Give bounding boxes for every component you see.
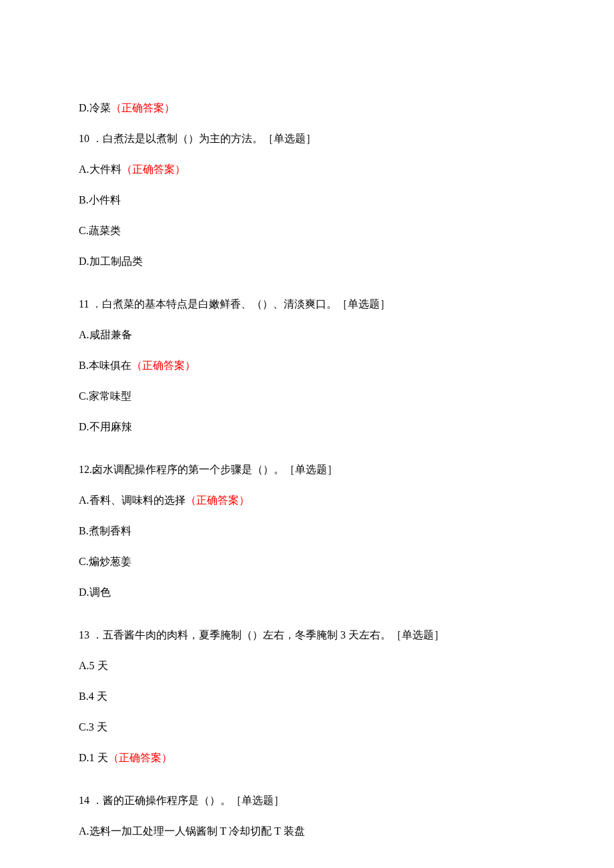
q10-option-b: B.小件料 — [79, 192, 535, 208]
q13-option-c: C.3 天 — [79, 719, 535, 735]
q10-option-d: D.加工制品类 — [79, 254, 535, 270]
q14-stem: 14 ．酱的正确操作程序是（）。［单选题］ — [79, 793, 535, 809]
q10-stem: 10 ．白煮法是以煮制（）为主的方法。［单选题］ — [79, 131, 535, 147]
q13-stem: 13 ．五香酱牛肉的肉料，夏季腌制（）左右，冬季腌制 3 天左右。［单选题］ — [79, 627, 535, 643]
q12-option-d: D.调色 — [79, 584, 535, 600]
q12-option-a: A.香料、调味料的选择（正确答案） — [79, 492, 535, 508]
correct-answer-label: （正确答案） — [111, 102, 175, 113]
q11-option-c: C.家常味型 — [79, 388, 535, 404]
q12-option-b: B.煮制香料 — [79, 523, 535, 539]
document-page: D.冷菜（正确答案） 10 ．白煮法是以煮制（）为主的方法。［单选题］ A.大件… — [0, 0, 614, 868]
option-text: A.大件料 — [79, 163, 121, 175]
q13-option-b: B.4 天 — [79, 689, 535, 705]
q11-option-b: B.本味俱在（正确答案） — [79, 358, 535, 374]
q13-option-a: A.5 天 — [79, 658, 535, 674]
correct-answer-label: （正确答案） — [186, 494, 250, 506]
q12-option-c: C.煸炒葱姜 — [79, 554, 535, 570]
q10-option-c: C.蔬菜类 — [79, 223, 535, 239]
correct-answer-label: （正确答案） — [108, 752, 172, 763]
q12-stem: 12.卤水调配操作程序的第一个步骤是（）。［单选题］ — [79, 462, 535, 478]
q9-option-d: D.冷菜（正确答案） — [79, 100, 535, 116]
correct-answer-label: （正确答案） — [131, 360, 196, 371]
option-text: A.香料、调味料的选择 — [79, 494, 186, 506]
spacer — [79, 781, 535, 793]
q11-option-d: D.不用麻辣 — [79, 419, 535, 435]
q11-stem: 11 ．白煮菜的基本特点是白嫩鲜香、（）、清淡爽口。［单选题］ — [79, 296, 535, 312]
spacer — [79, 615, 535, 627]
correct-answer-label: （正确答案） — [121, 163, 186, 175]
q10-option-a: A.大件料（正确答案） — [79, 161, 535, 177]
q11-option-a: A.咸甜兼备 — [79, 327, 535, 343]
option-text: D.1 天 — [79, 752, 108, 763]
option-text: D.冷菜 — [79, 102, 111, 113]
q14-option-a: A.选料一加工处理一人锅酱制 T 冷却切配 T 装盘 — [79, 823, 535, 839]
spacer — [79, 450, 535, 462]
option-text: B.本味俱在 — [79, 360, 131, 371]
spacer — [79, 284, 535, 296]
q13-option-d: D.1 天（正确答案） — [79, 750, 535, 766]
